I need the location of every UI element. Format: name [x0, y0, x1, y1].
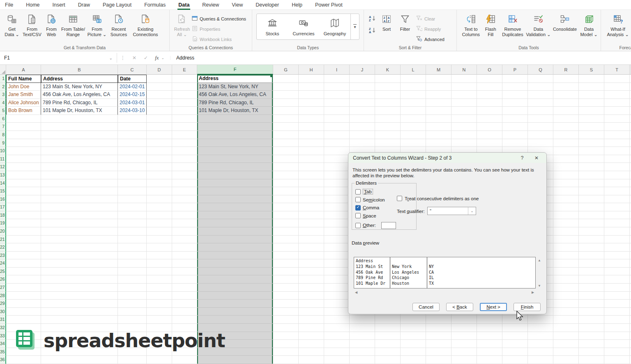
cell-I15[interactable] — [324, 187, 350, 195]
cell-I23[interactable] — [324, 252, 350, 260]
row-header-10[interactable]: 10 — [0, 147, 6, 155]
cell-S17[interactable] — [579, 203, 604, 211]
cell-L3[interactable] — [401, 91, 426, 99]
cell-R21[interactable] — [553, 236, 579, 244]
cell-B6[interactable] — [41, 115, 118, 123]
workbook-links-button[interactable]: Workbook Links — [192, 36, 246, 43]
cell-I30[interactable] — [324, 308, 350, 316]
cell-K7[interactable] — [375, 123, 401, 131]
cell-F16[interactable] — [197, 195, 273, 204]
cell-Q6[interactable] — [528, 115, 553, 123]
cell-A19[interactable] — [6, 219, 41, 227]
cell-N35[interactable] — [451, 348, 477, 356]
cell-C14[interactable] — [118, 179, 147, 188]
cell-H4[interactable] — [299, 99, 324, 107]
cell-O9[interactable] — [477, 139, 502, 147]
cell-M8[interactable] — [426, 131, 451, 139]
cell-T19[interactable] — [604, 219, 630, 227]
name-box-dropdown-icon[interactable]: ⌄ — [109, 56, 113, 60]
cell-H24[interactable] — [299, 259, 324, 268]
cell-Q36[interactable] — [528, 356, 553, 364]
cell-B12[interactable] — [41, 163, 118, 171]
cell-N2[interactable] — [451, 83, 477, 91]
cell-C8[interactable] — [118, 131, 147, 139]
cell-F8[interactable] — [197, 131, 273, 139]
cell-C19[interactable] — [118, 219, 147, 227]
refresh-all-button[interactable]: Refresh All ⌄ — [172, 11, 192, 37]
cell-S22[interactable] — [579, 243, 604, 252]
formula-input[interactable]: Address — [170, 55, 194, 61]
cell-F7[interactable] — [197, 123, 273, 131]
cell-A17[interactable] — [6, 203, 41, 211]
cell-T3[interactable] — [604, 91, 630, 99]
cell-T6[interactable] — [604, 115, 630, 123]
cell-H20[interactable] — [299, 227, 324, 236]
cell-A1[interactable]: Full Name — [6, 75, 41, 83]
insert-function-icon[interactable]: fx — [152, 55, 159, 61]
cell-O34[interactable] — [477, 340, 502, 348]
cell-T29[interactable] — [604, 300, 630, 308]
cell-I19[interactable] — [324, 219, 350, 227]
cell-L31[interactable] — [401, 316, 426, 324]
cell-B30[interactable] — [41, 308, 118, 316]
cell-G24[interactable] — [273, 259, 299, 268]
cell-B4[interactable]: 789 Pine Rd, Chicago, IL — [41, 99, 118, 107]
cell-J5[interactable] — [350, 107, 375, 115]
cell-J34[interactable] — [350, 340, 375, 348]
cell-H5[interactable] — [299, 107, 324, 115]
cell-K6[interactable] — [375, 115, 401, 123]
cell-R20[interactable] — [553, 227, 579, 236]
cell-B7[interactable] — [41, 123, 118, 131]
cell-R34[interactable] — [553, 340, 579, 348]
cell-F23[interactable] — [197, 252, 273, 260]
cell-T8[interactable] — [604, 131, 630, 139]
cell-H13[interactable] — [299, 171, 324, 179]
cell-G33[interactable] — [273, 332, 299, 340]
cell-D2[interactable] — [147, 83, 172, 91]
cell-F12[interactable] — [197, 163, 273, 171]
from-text-csv-button[interactable]: From Text/CSV — [21, 11, 43, 37]
cell-I28[interactable] — [324, 292, 350, 300]
cell-F26[interactable] — [197, 275, 273, 284]
cell-B17[interactable] — [41, 203, 118, 211]
row-header-35[interactable]: 35 — [0, 348, 6, 356]
cell-F14[interactable] — [197, 179, 273, 188]
cell-C16[interactable] — [118, 195, 147, 204]
treat-consecutive-label[interactable]: Treat consecutive delimiters as one — [405, 196, 479, 201]
cell-I25[interactable] — [324, 268, 350, 276]
cell-M32[interactable] — [426, 324, 451, 332]
cell-L2[interactable] — [401, 83, 426, 91]
cell-R9[interactable] — [553, 139, 579, 147]
cell-R31[interactable] — [553, 316, 579, 324]
row-header-8[interactable]: 8 — [0, 131, 6, 139]
cell-A12[interactable] — [6, 163, 41, 171]
cell-A11[interactable] — [6, 155, 41, 163]
cell-H1[interactable] — [299, 75, 324, 83]
cell-S2[interactable] — [579, 83, 604, 91]
cell-N32[interactable] — [451, 324, 477, 332]
cell-F3[interactable]: 456 Oak Ave, Los Angeles, CA — [197, 91, 273, 99]
cell-I17[interactable] — [324, 203, 350, 211]
row-header-3[interactable]: 3 — [0, 91, 6, 99]
cell-A22[interactable] — [6, 243, 41, 252]
row-header-28[interactable]: 28 — [0, 292, 6, 300]
cell-O8[interactable] — [477, 131, 502, 139]
cell-E25[interactable] — [172, 268, 197, 276]
tab-checkbox[interactable] — [355, 189, 361, 195]
cell-S26[interactable] — [579, 275, 604, 284]
cell-T7[interactable] — [604, 123, 630, 131]
cell-R24[interactable] — [553, 259, 579, 268]
other-delimiter-input[interactable] — [381, 222, 396, 229]
cell-J7[interactable] — [350, 123, 375, 131]
cell-A7[interactable] — [6, 123, 41, 131]
cell-S24[interactable] — [579, 259, 604, 268]
cell-F6[interactable] — [197, 115, 273, 123]
row-header-27[interactable]: 27 — [0, 284, 6, 292]
row-header-9[interactable]: 9 — [0, 139, 6, 147]
menu-item-data[interactable]: Data — [177, 1, 190, 9]
cell-E23[interactable] — [172, 252, 197, 260]
cell-I5[interactable] — [324, 107, 350, 115]
cell-I14[interactable] — [324, 179, 350, 188]
cell-T13[interactable] — [604, 171, 630, 179]
cell-L32[interactable] — [401, 324, 426, 332]
